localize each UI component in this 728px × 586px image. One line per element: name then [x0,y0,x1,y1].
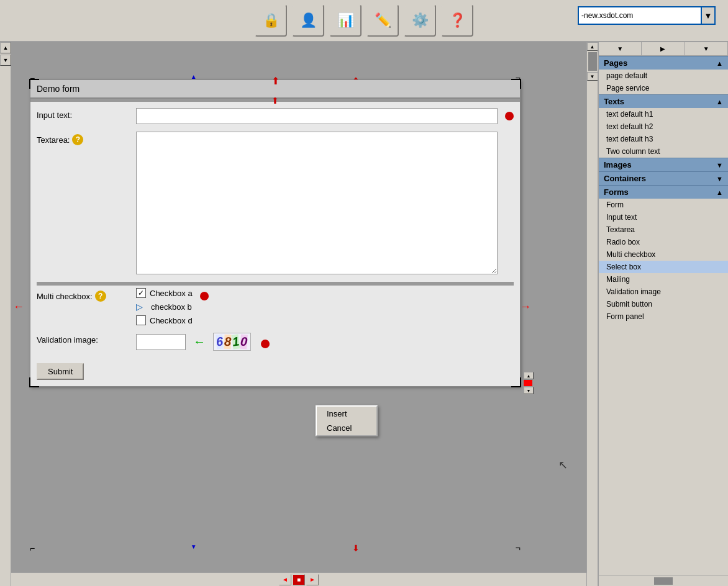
sidebar-item-two-column[interactable]: Two column text [599,145,728,158]
sidebar-item-page-service[interactable]: Page service [599,82,728,94]
scroll-thumb [588,52,597,71]
textarea-label: Textarea: ? [37,132,136,145]
url-input[interactable]: -new.xsdot.com [578,6,702,25]
captcha-char-4: 0 [240,335,248,349]
required-indicator-checkbox [200,292,209,300]
left-arrow-indicator: ← [13,300,24,313]
canvas-right-scrollbar[interactable]: ▲ ▼ [586,42,598,586]
chart-button[interactable]: 📊 [329,4,362,37]
panel-bottom-scrollbar[interactable] [599,575,728,586]
textarea-help-icon[interactable]: ? [72,134,83,145]
section-containers-label: Containers [604,174,646,183]
form-container: ⬆ Demo form ⬆ Input text: [30,79,521,387]
checkbox-d-label: Checkbox d [150,316,193,325]
section-forms-items: Form Input text Textarea Radio box Multi… [599,199,728,323]
scroll-down-button[interactable]: ▼ [0,55,11,66]
multi-checkbox-help-icon[interactable]: ? [95,291,106,302]
panel-expand-button[interactable]: ▶ [642,42,685,55]
form-scroll-down[interactable]: ▼ [524,387,534,394]
panel-collapse-button[interactable]: ▼ [599,42,642,55]
sidebar-item-input-text[interactable]: Input text [599,211,728,223]
section-texts-arrow: ▲ [716,98,723,106]
section-header-pages[interactable]: Pages ▲ [599,56,728,70]
section-forms-arrow: ▲ [716,189,723,196]
sidebar-item-validation-image[interactable]: Validation image [599,286,728,298]
section-forms-label: Forms [604,187,629,197]
validation-image-row: Validation image: ← 6 8 1 0 [37,333,514,351]
form-divider: ⬆ [30,99,520,102]
sidebar-item-form[interactable]: Form [599,199,728,211]
section-header-forms[interactable]: Forms ▲ [599,185,728,199]
main-layout: ▲ ▼ ⌐ ▲ ⬆ ¬ ⬆ Demo f [0,42,728,586]
nav-prev-button[interactable]: ◄ [279,574,291,585]
panel-scroll-thumb [654,577,673,585]
form-scroll-up[interactable]: ▲ [524,372,534,379]
sidebar-item-text-h1[interactable]: text default h1 [599,108,728,120]
settings-button[interactable]: ⚙️ [404,4,436,37]
pencil-button[interactable]: ✏️ [366,4,399,37]
form-body: Input text: Textarea: ? [30,102,520,386]
sidebar-item-page-default[interactable]: page default [599,70,728,82]
textarea-field [136,132,514,274]
cursor-pointer: ▷ [136,302,146,312]
form-scroll: ▲ ▼ [524,372,534,394]
checkbox-a[interactable]: ✓ [136,288,146,298]
green-arrow-icon: ← [193,335,206,349]
captcha-char-1: 6 [216,335,224,349]
right-arrow-indicator: → [520,300,531,313]
divider-handle[interactable]: ⬆ [271,96,279,106]
url-dropdown-button[interactable]: ▼ [702,6,716,25]
menu-item-insert[interactable]: Insert [317,407,376,421]
panel-top-strip: ▼ ▶ ▼ [599,42,728,56]
panel-menu-button[interactable]: ▼ [685,42,728,55]
section-containers-arrow: ▼ [716,175,723,183]
validation-image-label: Validation image: [37,333,136,345]
input-text-field [136,108,514,124]
sidebar-item-text-h2[interactable]: text default h2 [599,120,728,133]
multi-checkbox-field: ✓ Checkbox a ▷ checkbox b Checkbox d [136,288,514,325]
captcha-input[interactable] [136,334,186,350]
sidebar-item-form-panel[interactable]: Form panel [599,310,728,323]
resize-handle-bottom[interactable]: ⬇ [352,543,360,553]
checkbox-a-label: Checkbox a [150,289,193,298]
checkbox-item-d: Checkbox d [136,315,193,325]
textarea-row: Textarea: ? [37,132,514,274]
section-texts-label: Texts [604,97,624,106]
section-header-containers[interactable]: Containers ▼ [599,171,728,185]
canvas-scroll-down[interactable]: ▼ [587,72,598,81]
section-header-texts[interactable]: Texts ▲ [599,94,728,108]
bottom-navigation: ◄ ■ ► [11,572,586,586]
captcha-char-2: 8 [224,335,232,349]
context-menu: Insert Cancel [316,405,378,436]
section-header-images[interactable]: Images ▼ [599,158,728,171]
textarea-input[interactable] [136,132,498,274]
input-text-input[interactable] [136,108,498,124]
input-text-label: Input text: [37,108,136,120]
help-button[interactable]: ❓ [441,4,473,37]
canvas-scroll-up[interactable]: ▲ [587,42,598,51]
lock-button[interactable]: 🔒 [255,4,287,37]
menu-item-cancel[interactable]: Cancel [317,421,376,435]
section-pages-items: page default Page service [599,70,728,94]
sidebar-item-text-h3[interactable]: text default h3 [599,133,728,145]
scroll-up-button[interactable]: ▲ [0,42,11,53]
sidebar-item-mailing[interactable]: Mailing [599,273,728,286]
input-text-row: Input text: [37,108,514,124]
sidebar-item-radio-box[interactable]: Radio box [599,236,728,248]
validation-image-field: ← 6 8 1 0 [136,333,514,351]
nav-stop-button[interactable]: ■ [293,574,305,585]
sidebar-item-select-box[interactable]: Select box [599,261,728,273]
center-handle-bottom-blue: ▼ [191,543,197,553]
user-button[interactable]: 👤 [292,4,324,37]
bottom-handles: ⌐ ▼ ⬇ ¬ [30,543,521,553]
sidebar-item-textarea[interactable]: Textarea [599,223,728,236]
check-mark: ✓ [138,289,144,297]
sidebar-item-multi-checkbox[interactable]: Multi checkbox [599,248,728,261]
form-divider-2 [37,282,514,286]
checkbox-item-b: ▷ checkbox b [136,302,193,312]
vertical-scrollbar[interactable]: ▲ ▼ [0,42,11,586]
sidebar-item-submit-button[interactable]: Submit button [599,298,728,310]
nav-next-button[interactable]: ► [306,574,319,585]
submit-button[interactable]: Submit [37,363,84,380]
checkbox-d[interactable] [136,315,146,325]
